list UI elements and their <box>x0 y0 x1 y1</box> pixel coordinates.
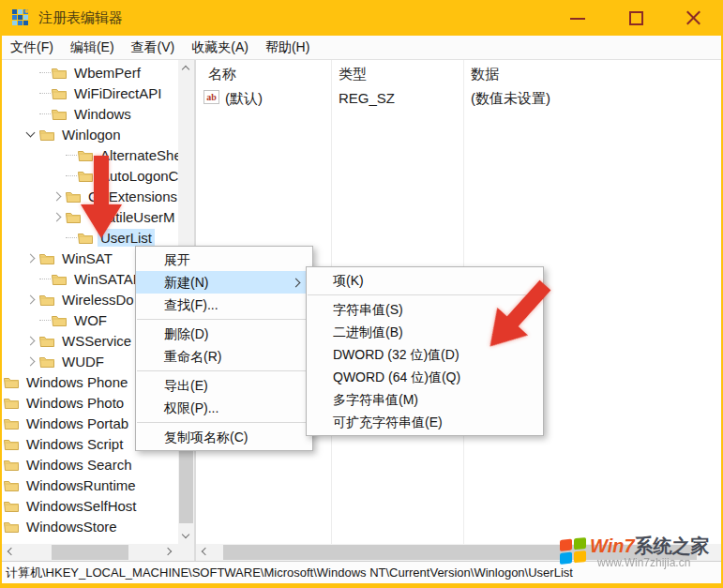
chevron-right-icon[interactable] <box>23 332 39 349</box>
context-menu-item-new[interactable]: 新建(N) <box>136 271 312 294</box>
tree-item-windowsstore[interactable]: WindowsStore <box>2 516 178 536</box>
tree-guide-dots <box>39 72 51 73</box>
tree-item-label: WindowsSelfHost <box>23 497 140 515</box>
string-value-icon: ab <box>203 90 219 104</box>
context-menu-item-copy-key-name[interactable]: 复制项名称(C) <box>136 426 312 448</box>
menubar-item-h[interactable]: 帮助(H) <box>257 39 318 56</box>
tree-item-label: Windows Phone <box>23 373 130 391</box>
tree-guide-dots <box>39 113 51 114</box>
tree-item-label: WOF <box>71 311 110 329</box>
menubar: 文件(F)编辑(E)查看(V)收藏夹(A)帮助(H) <box>0 36 723 60</box>
chevron-down-icon[interactable] <box>23 126 39 143</box>
scrollbar-thumb[interactable] <box>52 545 128 560</box>
context-menu: 展开新建(N)查找(F)...删除(D)重命名(R)导出(E)权限(P)...复… <box>135 246 313 451</box>
context-menu-item-permissions[interactable]: 权限(P)... <box>136 397 312 419</box>
tree-item-windowsruntime[interactable]: WindowsRuntime <box>2 475 178 495</box>
column-header-type[interactable]: 类型 <box>339 66 367 83</box>
watermark-text: Win7系统之家 www.Win7zhijia.cn <box>590 535 710 569</box>
close-button[interactable] <box>665 0 723 36</box>
tree-item-label: WbemPerf <box>71 64 143 82</box>
submenu-item-key[interactable]: 项(K) <box>307 269 543 292</box>
regedit-app-icon <box>12 9 29 26</box>
folder-icon <box>52 108 67 120</box>
tree-item-winlogon[interactable]: Winlogon <box>2 124 178 144</box>
folder-icon <box>39 294 54 306</box>
tree-item-wifidirectapi[interactable]: WiFiDirectAPI <box>2 83 178 103</box>
folder-icon <box>52 273 67 285</box>
watermark: Win7系统之家 www.Win7zhijia.cn <box>559 535 710 569</box>
folder-icon <box>52 314 67 326</box>
folder-icon <box>4 500 19 512</box>
menubar-item-v[interactable]: 查看(V) <box>123 39 184 56</box>
window-controls <box>549 0 723 36</box>
chevron-placeholder <box>23 311 39 328</box>
menu-separator <box>137 422 311 423</box>
folder-icon <box>39 128 54 141</box>
scrollbar-thumb[interactable] <box>179 441 193 523</box>
tree-item-label: Windows Photo <box>23 394 127 412</box>
folder-icon <box>4 397 19 409</box>
tree-item-label: Windows Portab <box>23 415 131 432</box>
column-header-data[interactable]: 数据 <box>471 66 499 83</box>
window-title: 注册表编辑器 <box>38 9 123 27</box>
folder-icon <box>4 376 19 388</box>
tree-item-label: Winlogon <box>59 126 124 143</box>
tree-guide-dots <box>39 320 51 321</box>
value-data: (数值未设置) <box>471 90 550 108</box>
tree-horizontal-scrollbar[interactable] <box>2 544 178 561</box>
context-menu-item-find[interactable]: 查找(F)... <box>136 294 312 316</box>
tree-item-label: WinSAT <box>59 249 115 267</box>
column-header-name[interactable]: 名称 <box>208 66 236 83</box>
menubar-item-f[interactable]: 文件(F) <box>2 39 62 56</box>
folder-icon <box>66 211 81 223</box>
context-menu-item-rename[interactable]: 重命名(R) <box>136 345 312 368</box>
scroll-up-icon[interactable] <box>178 60 194 76</box>
win7zhijia-flag-logo <box>559 535 587 569</box>
scroll-right-icon[interactable] <box>162 544 178 560</box>
chevron-right-icon[interactable] <box>23 249 39 266</box>
folder-icon <box>39 335 54 347</box>
folder-icon <box>4 479 19 491</box>
chevron-placeholder <box>23 64 39 81</box>
tree-item-label: WindowsRuntime <box>23 476 139 494</box>
chevron-placeholder <box>23 84 39 101</box>
tree-item-windowsselfhost[interactable]: WindowsSelfHost <box>2 495 178 516</box>
tree-item-windows[interactable]: Windows <box>2 103 178 124</box>
context-menu-item-export[interactable]: 导出(E) <box>136 374 312 397</box>
tree-guide-dots <box>39 279 51 279</box>
chevron-right-icon[interactable] <box>49 188 66 204</box>
tree-item-wbemperf[interactable]: WbemPerf <box>2 62 178 83</box>
tree-item-label: Windows <box>71 105 134 123</box>
submenu-item-expandable-string-value[interactable]: 可扩充字符串值(E) <box>307 411 543 433</box>
scrollbar-corner <box>178 544 194 561</box>
value-row-default[interactable]: ab (默认) REG_SZ (数值未设置) <box>196 88 721 109</box>
context-menu-item-delete[interactable]: 删除(D) <box>136 323 312 345</box>
chevron-right-icon[interactable] <box>23 291 39 308</box>
menubar-item-e[interactable]: 编辑(E) <box>62 39 123 56</box>
context-menu-item-expand[interactable]: 展开 <box>136 249 312 271</box>
maximize-button[interactable] <box>607 0 665 36</box>
scroll-down-icon[interactable] <box>178 528 194 544</box>
scroll-left-icon[interactable] <box>2 544 18 560</box>
chevron-right-icon[interactable] <box>49 208 66 225</box>
submenu-item-qword-64-value[interactable]: QWORD (64 位)值(Q) <box>307 366 543 388</box>
value-type: REG_SZ <box>339 90 395 106</box>
titlebar: 注册表编辑器 <box>0 0 723 36</box>
value-name: (默认) <box>225 90 263 108</box>
menu-separator <box>137 319 311 320</box>
watermark-brand: Win7系统之家 <box>590 535 710 557</box>
minimize-button[interactable] <box>549 0 607 36</box>
folder-icon <box>4 459 19 471</box>
tree-item-label: WirelessDo <box>59 291 137 309</box>
chevron-right-icon[interactable] <box>23 353 39 369</box>
submenu-arrow-icon <box>292 279 301 288</box>
submenu-item-multi-string-value[interactable]: 多字符串值(M) <box>307 388 543 411</box>
tree-item-windows-search[interactable]: Windows Search <box>2 454 178 475</box>
scroll-left-icon[interactable] <box>196 544 212 560</box>
menubar-item-a[interactable]: 收藏夹(A) <box>183 39 257 56</box>
menu-separator <box>137 370 311 371</box>
folder-icon <box>52 67 67 79</box>
chevron-placeholder <box>23 105 39 122</box>
chevron-placeholder <box>49 146 66 163</box>
tree-item-label: WiFiDirectAPI <box>71 84 164 102</box>
